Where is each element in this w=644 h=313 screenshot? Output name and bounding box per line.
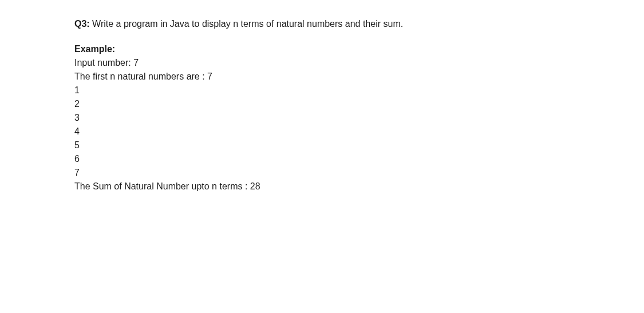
question-text: Write a program in Java to display n ter… [90, 19, 404, 29]
example-label: Example: [74, 42, 570, 56]
number-line: 7 [74, 166, 570, 180]
number-line: 1 [74, 84, 570, 97]
number-line: 2 [74, 97, 570, 111]
header-line: The first n natural numbers are : 7 [74, 70, 570, 84]
question-line: Q3: Write a program in Java to display n… [74, 17, 570, 31]
question-label: Q3: [74, 19, 90, 29]
sum-line: The Sum of Natural Number upto n terms :… [74, 180, 570, 193]
number-line: 4 [74, 125, 570, 138]
number-line: 5 [74, 138, 570, 152]
number-line: 6 [74, 152, 570, 166]
number-line: 3 [74, 111, 570, 125]
input-line: Input number: 7 [74, 56, 570, 70]
